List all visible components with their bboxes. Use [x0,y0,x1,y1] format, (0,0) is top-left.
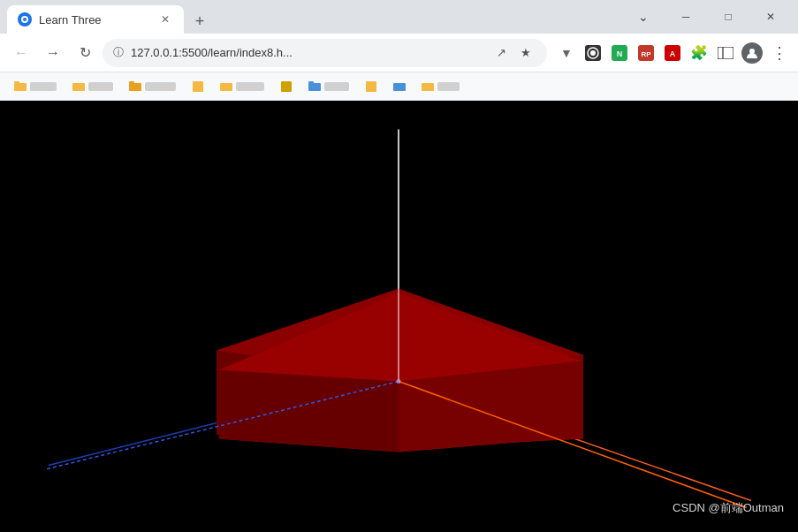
svg-rect-14 [14,83,27,91]
bookmark-3-icon [129,80,141,93]
three-scene-svg [0,101,798,532]
tampermonkey-icon[interactable] [581,41,605,65]
svg-rect-17 [129,83,141,91]
address-bar[interactable]: ⓘ 127.0.0.1:5500/learn/index8.h... ↗ ★ [103,39,547,67]
reader-icon[interactable]: N [607,41,632,65]
puzzle-icon[interactable]: 🧩 [687,41,711,65]
bookmark-9[interactable] [386,76,413,97]
web-content: CSDN @前端Outman [0,101,798,532]
bookmark-4[interactable] [185,76,211,97]
bookmark-7[interactable] [301,76,356,97]
acrobat-icon[interactable]: A [660,41,685,65]
bookmark-5-icon [220,80,232,93]
bookmark-9-icon [393,80,406,93]
bookmarks-bar [0,72,798,101]
profile-avatar [741,42,763,64]
svg-rect-20 [220,83,232,91]
forward-button[interactable]: → [39,39,67,67]
svg-rect-23 [308,81,314,84]
bookmark-1[interactable] [7,76,64,97]
browser-window: Learn Three ✕ + ⌄ ─ □ ✕ ← → ↻ ⓘ 127.0.0.… [0,0,798,532]
window-menu-button[interactable]: ⌄ [623,3,664,31]
svg-point-39 [397,379,401,384]
svg-rect-21 [281,81,292,92]
maximize-button[interactable]: □ [708,3,749,31]
toolbar-icons: ▼ N RP [554,41,791,65]
bookmark-star-icon[interactable]: ★ [515,42,536,64]
svg-point-1 [23,18,27,21]
bookmark-4-icon [192,80,204,93]
new-tab-button[interactable]: + [187,9,212,34]
bookmark-8-icon [365,80,377,93]
svg-text:RP: RP [641,50,651,58]
svg-point-4 [590,50,596,56]
window-controls: ⌄ ─ □ ✕ [623,3,791,31]
bookmark-5[interactable] [213,76,271,97]
bookmark-6[interactable] [273,76,300,97]
nav-bar: ← → ↻ ⓘ 127.0.0.1:5500/learn/index8.h...… [0,34,798,72]
bookmark-6-icon [280,80,293,93]
close-button[interactable]: ✕ [750,3,791,31]
back-button[interactable]: ← [7,39,35,67]
svg-rect-18 [129,81,134,84]
extensions-icon[interactable]: ▼ [554,41,579,65]
svg-rect-25 [393,83,406,91]
tab-title: Learn Three [39,13,150,27]
address-actions: ↗ ★ [490,42,536,64]
rp-icon[interactable]: RP [634,41,658,65]
svg-rect-15 [14,81,19,84]
bookmark-1-icon [14,80,27,93]
bookmark-2-icon [72,80,85,93]
svg-text:N: N [617,49,623,58]
bookmark-7-icon [308,80,321,93]
svg-marker-34 [219,370,399,452]
reload-button[interactable]: ↻ [71,39,99,67]
svg-rect-24 [366,81,376,92]
share-icon[interactable]: ↗ [490,42,512,64]
active-tab[interactable]: Learn Three ✕ [7,5,184,34]
bookmark-8[interactable] [358,76,384,97]
bookmark-3[interactable] [122,76,183,97]
title-bar: Learn Three ✕ + ⌄ ─ □ ✕ [0,0,798,34]
profile-button[interactable] [740,41,764,65]
url-text: 127.0.0.1:5500/learn/index8.h... [131,46,483,59]
menu-button[interactable]: ⋮ [766,41,791,65]
svg-rect-22 [308,83,321,91]
scene-container: CSDN @前端Outman [0,101,798,532]
bookmark-10-icon [422,80,434,93]
tab-strip: Learn Three ✕ + [7,0,616,34]
bookmark-2[interactable] [65,76,120,97]
svg-rect-19 [193,81,203,92]
svg-rect-16 [72,83,85,91]
bookmark-10[interactable] [414,76,467,97]
svg-rect-11 [718,47,733,59]
sidebar-icon[interactable] [713,41,738,65]
svg-rect-26 [422,83,434,91]
tab-close-button[interactable]: ✕ [157,11,173,27]
tab-favicon [18,12,32,27]
minimize-button[interactable]: ─ [665,3,706,31]
security-icon: ⓘ [113,45,124,60]
svg-text:A: A [670,49,676,58]
